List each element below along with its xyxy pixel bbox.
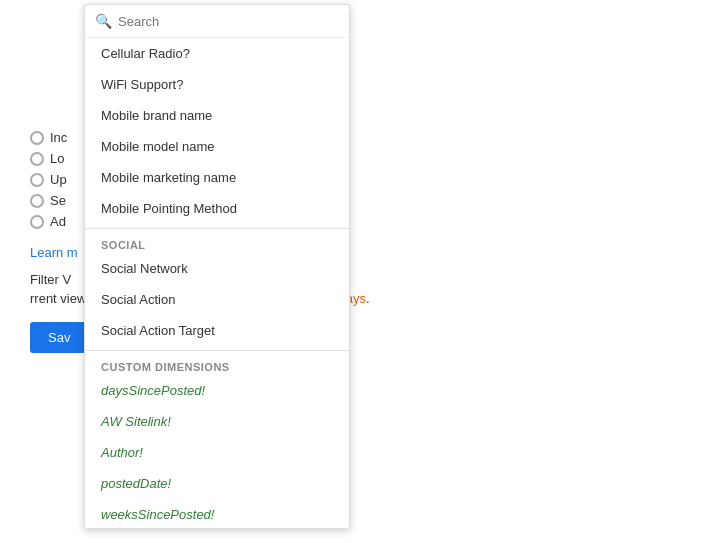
divider-social: [85, 228, 349, 229]
radio-label-3: Up: [50, 172, 67, 187]
list-item-social-network[interactable]: Social Network: [85, 253, 349, 284]
list-item-weeks-since-posted[interactable]: weeksSincePosted!: [85, 499, 349, 528]
radio-label-2: Lo: [50, 151, 64, 166]
radio-label-1: Inc: [50, 130, 67, 145]
search-input[interactable]: [118, 14, 339, 29]
list-item-mobile-marketing[interactable]: Mobile marketing name: [85, 162, 349, 193]
radio-circle-5: [30, 215, 44, 229]
radio-circle-2: [30, 152, 44, 166]
list-item-mobile-pointing[interactable]: Mobile Pointing Method: [85, 193, 349, 224]
radio-circle-4: [30, 194, 44, 208]
dropdown-list: Cellular Radio? WiFi Support? Mobile bra…: [85, 38, 349, 528]
dropdown-menu: 🔍 Cellular Radio? WiFi Support? Mobile b…: [84, 4, 350, 529]
list-item-aw-sitelink[interactable]: AW Sitelink!: [85, 406, 349, 437]
list-item-wifi-support[interactable]: WiFi Support?: [85, 69, 349, 100]
list-item-mobile-brand[interactable]: Mobile brand name: [85, 100, 349, 131]
list-item-posted-date[interactable]: postedDate!: [85, 468, 349, 499]
list-item-social-action[interactable]: Social Action: [85, 284, 349, 315]
social-section-label: SOCIAL: [85, 233, 349, 253]
list-item-social-action-target[interactable]: Social Action Target: [85, 315, 349, 346]
divider-custom: [85, 350, 349, 351]
search-icon: 🔍: [95, 13, 112, 29]
radio-label-5: Ad: [50, 214, 66, 229]
radio-circle-3: [30, 173, 44, 187]
custom-section-label: CUSTOM DIMENSIONS: [85, 355, 349, 375]
list-item-author[interactable]: Author!: [85, 437, 349, 468]
list-item-cellular-radio[interactable]: Cellular Radio?: [85, 38, 349, 69]
list-item-days-since-posted[interactable]: daysSincePosted!: [85, 375, 349, 406]
radio-label-4: Se: [50, 193, 66, 208]
search-box: 🔍: [85, 5, 349, 38]
list-item-mobile-model[interactable]: Mobile model name: [85, 131, 349, 162]
radio-circle-1: [30, 131, 44, 145]
save-button[interactable]: Sav: [30, 322, 88, 353]
